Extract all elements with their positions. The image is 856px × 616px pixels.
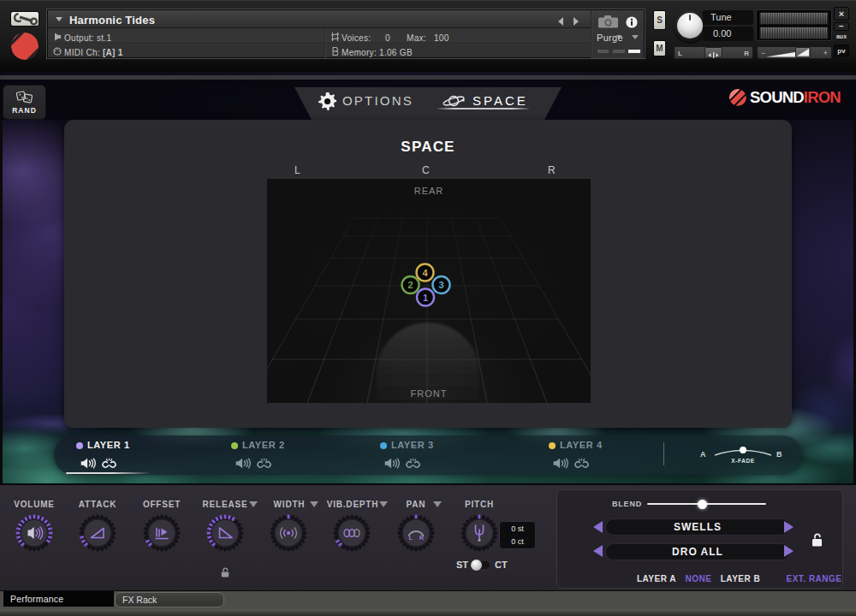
svg-text:3: 3	[438, 280, 443, 290]
svg-text:4: 4	[422, 268, 428, 278]
svg-text:R: R	[419, 534, 425, 542]
svg-text:2: 2	[407, 280, 413, 290]
svg-text:L: L	[409, 534, 413, 542]
svg-text:1: 1	[423, 293, 428, 303]
